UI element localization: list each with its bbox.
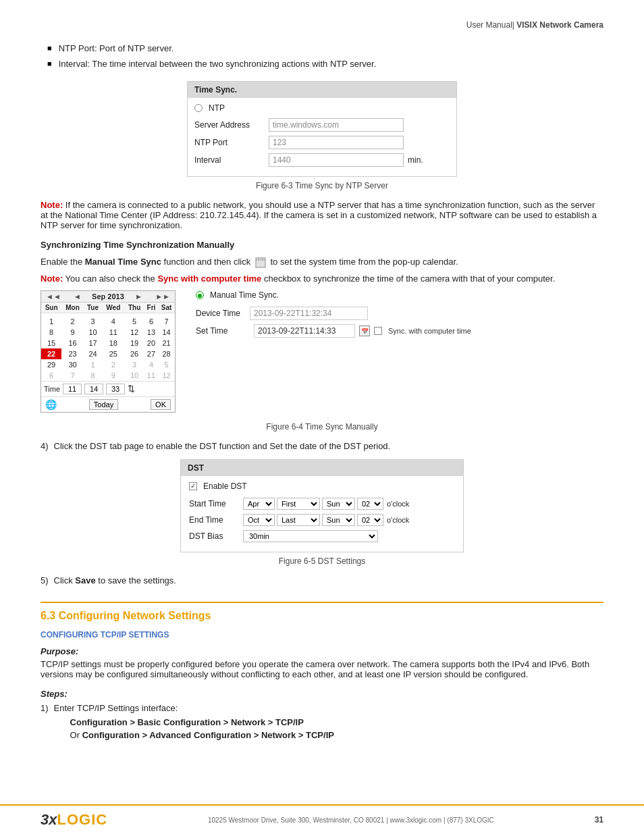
cal-cell[interactable]: 8 — [41, 327, 61, 338]
dst-end-hour-select[interactable]: 020103 — [357, 514, 383, 526]
cal-time-spinner[interactable]: ⇅ — [128, 384, 135, 394]
cal-next-next-btn[interactable]: ►► — [153, 292, 172, 301]
cal-prev-btn[interactable]: ◄ — [72, 292, 83, 301]
cal-header-mon: Mon — [61, 303, 84, 313]
bullet-interval-text: Interval: The time interval between the … — [59, 59, 377, 69]
note1-text: If the camera is connected to a public n… — [41, 200, 597, 230]
cal-cell[interactable]: 5 — [125, 316, 144, 327]
cal-cell[interactable]: 7 — [158, 316, 175, 327]
cal-cell[interactable]: 30 — [61, 359, 84, 370]
cal-cell[interactable]: 26 — [125, 348, 144, 359]
set-time-label: Set Time — [196, 326, 250, 336]
ntp-port-row: NTP Port — [194, 136, 450, 149]
cal-cell[interactable]: 16 — [61, 338, 84, 348]
cal-cell[interactable]: 13 — [144, 327, 158, 338]
desc-pre: Enable the — [41, 257, 85, 267]
server-address-input[interactable] — [269, 118, 404, 132]
cal-cell[interactable]: 20 — [144, 338, 158, 348]
cal-cell-other[interactable]: 10 — [125, 370, 144, 381]
ok-button[interactable]: OK — [151, 399, 171, 410]
cal-cell-other[interactable]: 8 — [84, 370, 102, 381]
footer-address: 10225 Westmoor Drive, Suite 300, Westmin… — [208, 816, 494, 824]
cal-min-input[interactable] — [84, 384, 103, 394]
sync-heading: Synchronizing Time Synchronization Manua… — [41, 240, 603, 250]
step-4-text: Click the DST tab page to enable the DST… — [54, 441, 391, 451]
cal-cell[interactable]: 27 — [144, 348, 158, 359]
ntp-radio[interactable] — [194, 104, 203, 112]
footer-logo: 3xLOGIC — [41, 811, 107, 829]
cal-cell[interactable]: 14 — [158, 327, 175, 338]
set-time-input[interactable] — [254, 324, 355, 338]
cal-cell[interactable]: 9 — [61, 327, 84, 338]
cal-cell-other[interactable]: 5 — [158, 359, 175, 370]
dst-end-week-select[interactable]: LastFirstSecondThird — [277, 514, 320, 526]
sync-computer-checkbox[interactable] — [374, 327, 382, 335]
cal-cell-other[interactable]: 12 — [158, 370, 175, 381]
interval-input[interactable] — [269, 153, 404, 167]
cal-cell[interactable]: 10 — [84, 327, 102, 338]
cal-cell[interactable]: 19 — [125, 338, 144, 348]
cal-grid: Sun Mon Tue Wed Thu Fri Sat — [41, 303, 175, 381]
dst-start-oclock: o'clock — [387, 500, 409, 508]
header-text: User Manual| — [466, 20, 514, 30]
page-header: User Manual| VISIX Network Camera — [41, 20, 603, 30]
cal-cell[interactable]: 2 — [61, 316, 84, 327]
section-num: 6.3 — [41, 610, 55, 621]
cal-hour-input[interactable] — [63, 384, 82, 394]
cal-next-btn[interactable]: ► — [133, 292, 144, 301]
note2-prefix: Note: — [41, 273, 63, 284]
cal-cell-other[interactable]: 3 — [125, 359, 144, 370]
cal-cell[interactable]: 12 — [125, 327, 144, 338]
cal-cell[interactable]: 1 — [41, 316, 61, 327]
cal-cell[interactable]: 23 — [61, 348, 84, 359]
today-button[interactable]: Today — [89, 399, 118, 410]
time-sync-box: Time Sync. NTP Server Address NTP Port I… — [187, 81, 457, 177]
figure-4-caption: Figure 6-4 Time Sync Manually — [41, 422, 603, 432]
ntp-radio-label: NTP — [209, 103, 225, 113]
section-63-title: 6.3 Configuring Network Settings — [41, 610, 603, 622]
cal-prev-prev-btn[interactable]: ◄◄ — [44, 292, 63, 301]
purpose-label: Purpose: — [41, 646, 603, 656]
dst-end-day-select[interactable]: SunMonTueWed ThuFriSat — [322, 514, 355, 526]
dst-start-day-select[interactable]: SunMonTueWed ThuFriSat — [322, 498, 355, 510]
cal-cell[interactable]: 18 — [102, 338, 124, 348]
cal-cell-other[interactable]: 1 — [84, 359, 102, 370]
ntp-port-input[interactable] — [269, 136, 404, 149]
cal-cell-other[interactable]: 7 — [61, 370, 84, 381]
cal-cell[interactable]: 6 — [144, 316, 158, 327]
cal-cell[interactable]: 15 — [41, 338, 61, 348]
cal-cell[interactable]: 4 — [102, 316, 124, 327]
dst-start-month-select[interactable]: AprJanFebMar MayJunJulAug SepOctNovDec — [243, 498, 275, 510]
cal-cell[interactable]: 11 — [102, 327, 124, 338]
cal-time-row: Time ⇅ — [41, 381, 175, 396]
sync-computer-label: Sync. with computer time — [388, 327, 471, 335]
cal-cell-other[interactable]: 11 — [144, 370, 158, 381]
cal-cell[interactable]: 25 — [102, 348, 124, 359]
ntp-port-label: NTP Port — [194, 138, 269, 147]
dst-start-label: Start Time — [189, 499, 243, 509]
cal-header-tue: Tue — [84, 303, 102, 313]
dst-start-week-select[interactable]: FirstSecondThirdLast — [277, 498, 320, 510]
cal-cell[interactable]: 24 — [84, 348, 102, 359]
cal-cell[interactable]: 3 — [84, 316, 102, 327]
dst-bias-select[interactable]: 30min60min90min120min — [243, 530, 378, 542]
manual-sync-radio[interactable] — [196, 291, 204, 299]
cal-cell-other[interactable]: 9 — [102, 370, 124, 381]
cal-cell-other[interactable]: 4 — [144, 359, 158, 370]
calendar-picker-icon[interactable]: 📅 — [359, 325, 370, 336]
cal-row-5: 29 30 1 2 3 4 5 — [41, 359, 175, 370]
cal-cell[interactable]: 17 — [84, 338, 102, 348]
cal-cell-selected[interactable]: 22 — [41, 348, 61, 359]
dst-end-month-select[interactable]: OctJanFebMar AprMayJunJul AugSepNovDec — [243, 514, 275, 526]
dst-start-hour-select[interactable]: 020103 — [357, 498, 383, 510]
cal-sec-input[interactable] — [106, 384, 125, 394]
cal-cell[interactable]: 29 — [41, 359, 61, 370]
cal-month-year: Sep 2013 — [92, 292, 124, 301]
figure-5-caption: Figure 6-5 DST Settings — [41, 556, 603, 566]
cal-cell-other[interactable]: 6 — [41, 370, 61, 381]
enable-dst-checkbox[interactable] — [189, 482, 197, 490]
cal-cell[interactable]: 28 — [158, 348, 175, 359]
calendar-icon — [255, 257, 266, 268]
cal-cell-other[interactable]: 2 — [102, 359, 124, 370]
cal-cell[interactable]: 21 — [158, 338, 175, 348]
